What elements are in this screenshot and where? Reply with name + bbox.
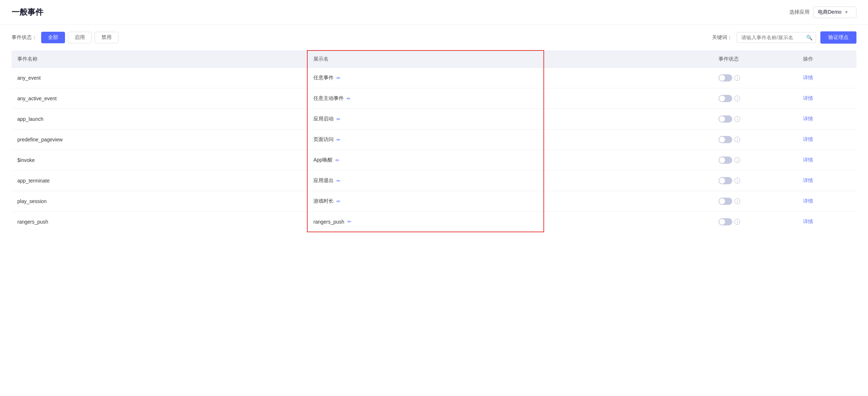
table-row: app_terminate 应用退出 ✏ — [12, 171, 856, 191]
toggle-switch[interactable] — [719, 95, 732, 102]
toggle-switch[interactable] — [719, 218, 732, 225]
table-row: predefine_pageview 页面访问 ✏ — [12, 129, 856, 150]
table-row: any_active_event 任意主动事件 ✏ — [12, 88, 856, 109]
status-cell: i — [713, 129, 797, 150]
table-row: any_event 任意事件 ✏ — [12, 68, 856, 88]
action-cell: 详情 — [797, 150, 856, 171]
edit-icon[interactable]: ✏ — [337, 199, 340, 204]
status-cell: i — [713, 109, 797, 129]
event-name-cell: app_terminate — [12, 171, 307, 191]
display-name-text: App唤醒 — [313, 157, 333, 163]
display-name-text: 应用退出 — [313, 177, 334, 184]
display-name-cell: 游戏时长 ✏ — [307, 191, 544, 212]
col-header-action: 操作 — [797, 50, 856, 68]
toggle-switch[interactable] — [719, 74, 732, 82]
display-name-cell: 页面访问 ✏ — [307, 129, 544, 150]
detail-link[interactable]: 详情 — [803, 157, 813, 163]
edit-icon[interactable]: ✏ — [337, 178, 340, 184]
header-right: 选择应用 电商Demo ▼ — [789, 6, 856, 18]
detail-link[interactable]: 详情 — [803, 95, 813, 101]
edit-icon[interactable]: ✏ — [337, 137, 340, 142]
edit-icon[interactable]: ✏ — [347, 96, 351, 101]
display-name-text: 应用启动 — [313, 116, 334, 122]
detail-link[interactable]: 详情 — [803, 177, 813, 183]
toggle-switch[interactable] — [719, 115, 732, 123]
toolbar-right: 关键词： 🔍 验证埋点 — [712, 31, 856, 44]
col-header-event-name: 事件名称 — [12, 50, 307, 68]
event-name-text: app_launch — [17, 116, 43, 122]
info-icon[interactable]: i — [734, 116, 740, 122]
col-header-display-name: 展示名 — [307, 50, 544, 68]
info-icon[interactable]: i — [734, 75, 740, 81]
page-title: 一般事件 — [12, 7, 43, 18]
app-select-dropdown[interactable]: 电商Demo ▼ — [813, 6, 856, 18]
extra-cell — [544, 109, 713, 129]
status-cell: i — [713, 88, 797, 109]
event-name-text: any_active_event — [17, 96, 57, 101]
status-cell: i — [713, 68, 797, 88]
table-container: 事件名称 展示名 事件状态 操作 any_event 任意事件 — [0, 50, 868, 232]
edit-icon[interactable]: ✏ — [337, 75, 340, 81]
toggle-switch[interactable] — [719, 136, 732, 143]
info-icon[interactable]: i — [734, 178, 740, 184]
events-table: 事件名称 展示名 事件状态 操作 any_event 任意事件 — [12, 50, 856, 232]
extra-cell — [544, 191, 713, 212]
filter-btn-enabled[interactable]: 启用 — [68, 32, 92, 43]
verify-btn[interactable]: 验证埋点 — [820, 31, 856, 44]
action-cell: 详情 — [797, 171, 856, 191]
table-row: $invoke App唤醒 ✏ i — [12, 150, 856, 171]
edit-icon[interactable]: ✏ — [335, 158, 339, 163]
info-icon[interactable]: i — [734, 137, 740, 142]
filter-btn-all[interactable]: 全部 — [41, 32, 65, 43]
col-header-extra — [544, 50, 713, 68]
event-name-cell: any_active_event — [12, 88, 307, 109]
page-wrapper: 一般事件 选择应用 电商Demo ▼ 事件状态： 全部 启用 禁用 关键词： 🔍… — [0, 0, 868, 396]
extra-cell — [544, 171, 713, 191]
display-name-text: 任意事件 — [313, 75, 334, 81]
extra-cell — [544, 68, 713, 88]
search-input[interactable] — [737, 32, 816, 43]
edit-icon[interactable]: ✏ — [337, 116, 340, 122]
detail-link[interactable]: 详情 — [803, 116, 813, 122]
table-row: app_launch 应用启动 ✏ — [12, 109, 856, 129]
event-name-cell: rangers_push — [12, 212, 307, 232]
status-cell: i — [713, 171, 797, 191]
toggle-switch[interactable] — [719, 157, 732, 164]
detail-link[interactable]: 详情 — [803, 136, 813, 142]
event-name-text: predefine_pageview — [17, 137, 62, 142]
page-header: 一般事件 选择应用 电商Demo ▼ — [0, 0, 868, 25]
extra-cell — [544, 129, 713, 150]
display-name-text: 页面访问 — [313, 136, 334, 143]
display-name-cell: 应用启动 ✏ — [307, 109, 544, 129]
event-name-text: play_session — [17, 198, 47, 204]
event-name-cell: $invoke — [12, 150, 307, 171]
status-cell: i — [713, 150, 797, 171]
display-name-cell: App唤醒 ✏ — [307, 150, 544, 171]
info-icon[interactable]: i — [734, 157, 740, 163]
col-header-status: 事件状态 — [713, 50, 797, 68]
display-name-cell: 任意主动事件 ✏ — [307, 88, 544, 109]
edit-icon[interactable]: ✏ — [347, 219, 351, 224]
info-icon[interactable]: i — [734, 96, 740, 101]
display-name-text: 任意主动事件 — [313, 95, 344, 102]
display-name-cell: 任意事件 ✏ — [307, 68, 544, 88]
display-name-cell: rangers_push ✏ — [307, 212, 544, 232]
action-cell: 详情 — [797, 191, 856, 212]
info-icon[interactable]: i — [734, 219, 740, 225]
detail-link[interactable]: 详情 — [803, 219, 813, 224]
extra-cell — [544, 150, 713, 171]
toolbar: 事件状态： 全部 启用 禁用 关键词： 🔍 验证埋点 — [0, 25, 868, 50]
filter-btn-disabled[interactable]: 禁用 — [95, 32, 118, 43]
detail-link[interactable]: 详情 — [803, 198, 813, 204]
info-icon[interactable]: i — [734, 198, 740, 204]
table-row: rangers_push rangers_push ✏ — [12, 212, 856, 232]
toggle-switch[interactable] — [719, 198, 732, 205]
event-name-text: rangers_push — [17, 219, 48, 225]
event-name-cell: any_event — [12, 68, 307, 88]
display-name-text: 游戏时长 — [313, 198, 334, 204]
toggle-switch[interactable] — [719, 177, 732, 184]
event-name-cell: play_session — [12, 191, 307, 212]
detail-link[interactable]: 详情 — [803, 75, 813, 80]
app-name-label: 电商Demo — [818, 9, 841, 16]
event-name-text: any_event — [17, 75, 41, 81]
